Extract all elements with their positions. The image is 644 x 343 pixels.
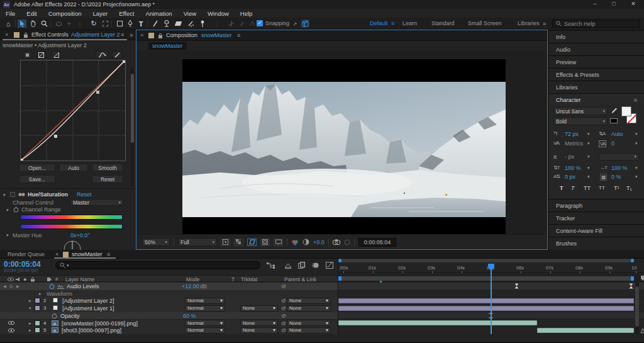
panel-tab-effects-presets[interactable]: Effects & Presets [548, 68, 644, 81]
chevron-down-icon[interactable]: ▾ [635, 141, 638, 146]
layer-row-2[interactable]: ▸ 2 [Adjustment Layer 2] Normal▾ @ None▾ [0, 297, 338, 305]
view-axis-mode-icon[interactable] [248, 20, 257, 28]
blend-mode-dropdown[interactable]: Normal▾ [185, 327, 225, 334]
panel-tab-paragraph[interactable]: Paragraph [548, 199, 644, 211]
magnification-dropdown[interactable]: 50%▾ [142, 238, 170, 246]
chevron-down-icon[interactable]: ▾ [635, 166, 638, 171]
trkmat-dropdown[interactable]: None▾ [240, 305, 278, 312]
eraser-tool-icon[interactable] [174, 20, 182, 28]
pickwhip-icon[interactable]: @ [281, 283, 286, 289]
font-size-value[interactable]: 72 px [565, 131, 579, 137]
menu-animation[interactable]: Animation [140, 10, 177, 17]
panel-menu-icon[interactable]: ≡ [121, 31, 124, 38]
channel-control-dropdown[interactable]: Master▾ [70, 199, 123, 206]
panel-tab-brushes[interactable]: Brushes [548, 237, 644, 249]
subscript-button[interactable]: T₁ [626, 185, 632, 191]
panel-overflow-chevrons[interactable]: » [130, 31, 133, 38]
column-layer-name[interactable]: Layer Name [65, 276, 94, 283]
default-fill-stroke-icon[interactable] [610, 118, 618, 123]
property-label[interactable]: Opacity [60, 313, 80, 319]
chevron-down-icon[interactable]: ▾ [587, 174, 590, 179]
layer-name[interactable]: [Adjustment Layer 2] [62, 298, 114, 304]
twirl-right-icon[interactable]: ▸ [29, 298, 31, 303]
workspace-overflow-chevrons[interactable]: » [543, 20, 547, 27]
workspace-learn[interactable]: Learn [402, 20, 417, 26]
property-label[interactable]: Audio Levels [67, 283, 99, 290]
dolly-camera-tool-icon[interactable]: ↕ [75, 20, 84, 28]
composition-viewport[interactable] [137, 50, 547, 234]
clone-stamp-tool-icon[interactable] [162, 20, 171, 28]
panel-tab-info[interactable]: Info [548, 30, 644, 43]
layer-duration-bar[interactable] [537, 328, 634, 333]
home-icon[interactable]: ⌂ [4, 20, 13, 28]
stopwatch-icon[interactable] [52, 313, 57, 319]
baseline-shift-value[interactable]: 0 px [565, 174, 575, 180]
layer-color-swatch[interactable] [35, 327, 40, 333]
chevron-down-icon[interactable]: ▾ [587, 132, 590, 137]
tab-timeline-comp[interactable]: snowMaster [72, 251, 103, 257]
menu-view[interactable]: View [178, 10, 202, 17]
roto-brush-tool-icon[interactable] [186, 20, 195, 28]
pickwhip-icon[interactable]: @ [281, 313, 286, 318]
nav-handle-left[interactable] [338, 259, 341, 262]
show-snapshot-icon[interactable] [344, 239, 350, 245]
pan-camera-tool-icon[interactable]: + [65, 20, 74, 28]
draft-3d-icon[interactable] [284, 262, 292, 269]
twirl-right-icon[interactable]: ▸ [39, 291, 42, 296]
work-area-start-handle[interactable] [338, 276, 341, 281]
stroke-style-dropdown[interactable]: ▾ [599, 153, 639, 160]
composition-breadcrumb-tab[interactable]: snowMaster [148, 42, 187, 50]
panel-tab-audio[interactable]: Audio [548, 43, 644, 55]
rotation-tool-icon[interactable]: ↻ [89, 20, 98, 28]
pixel-aspect-icon[interactable] [274, 239, 283, 246]
panel-tab-content-aware-fill[interactable]: Content-Aware Fill [548, 224, 644, 237]
hue-saturation-reset-link[interactable]: Reset [77, 191, 92, 198]
camera-tool-icon[interactable] [101, 20, 109, 28]
leading-value[interactable]: Auto [611, 131, 623, 137]
region-of-interest-icon[interactable] [260, 239, 270, 246]
selection-tool-icon[interactable] [18, 20, 26, 28]
parent-dropdown[interactable]: None▾ [287, 305, 331, 312]
maximize-button[interactable]: □ [605, 0, 623, 9]
vertical-scale-value[interactable]: 100 % [565, 165, 581, 171]
composition-mini-flowchart-icon[interactable] [267, 262, 275, 269]
stopwatch-icon[interactable] [49, 283, 55, 290]
menu-layer[interactable]: Layer [87, 10, 114, 17]
shape-tool-icon[interactable] [115, 20, 124, 28]
curves-smooth-button[interactable]: Smooth [92, 164, 123, 172]
timeline-nav-scrollbar[interactable] [338, 259, 634, 262]
curves-gamma-icon[interactable] [52, 51, 61, 59]
frame-blending-icon[interactable] [298, 262, 305, 269]
curves-pencil-icon[interactable] [112, 51, 122, 59]
workspace-libraries[interactable]: Libraries [518, 20, 540, 26]
parent-dropdown[interactable]: None▾ [287, 327, 331, 334]
snap-arrow-icon[interactable]: ↗ [291, 20, 299, 28]
world-axis-mode-icon[interactable] [237, 20, 246, 28]
fill-color-swatch[interactable] [621, 106, 631, 116]
close-tab-icon[interactable]: × [5, 31, 8, 38]
close-button[interactable]: ✕ [625, 0, 642, 9]
column-trkmat[interactable]: TrkMat [241, 276, 257, 283]
type-tool-icon[interactable]: T [136, 20, 145, 28]
brush-tool-icon[interactable] [151, 20, 160, 28]
twirl-down-icon[interactable]: ▾ [6, 233, 9, 238]
scrollbar-thumb[interactable] [131, 74, 134, 143]
property-row-waveform[interactable]: ▸ Waveform [0, 290, 338, 298]
column-t[interactable]: T [231, 276, 235, 283]
property-label[interactable]: Waveform [47, 291, 72, 297]
panel-tab-tracker[interactable]: Tracker [548, 211, 644, 224]
column-parent-link[interactable]: Parent & Link [284, 276, 316, 283]
menu-composition[interactable]: Composition [43, 10, 87, 17]
audio-levels-value[interactable]: +12.00 [182, 283, 199, 290]
pen-tool-icon[interactable] [126, 20, 135, 28]
menu-file[interactable]: File [0, 10, 21, 17]
motion-blur-icon[interactable] [312, 262, 319, 269]
layer-color-swatch[interactable] [35, 298, 40, 303]
hue-range-bar-top[interactable] [20, 215, 123, 220]
snapping-control[interactable]: ✓ Snapping [257, 20, 289, 26]
layer-color-swatch[interactable] [35, 320, 40, 326]
trkmat-dropdown[interactable]: None▾ [240, 320, 278, 326]
font-style-dropdown[interactable]: Bold▾ [553, 117, 608, 125]
curves-channel-icon[interactable] [23, 51, 32, 59]
panel-menu-icon[interactable]: ≡ [237, 32, 240, 38]
